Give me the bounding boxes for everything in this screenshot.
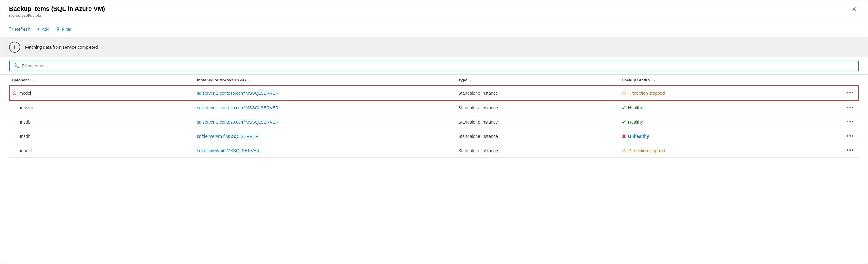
database-name-2: master: [12, 105, 33, 110]
search-icon: 🔍: [13, 63, 19, 69]
row-actions-button-1[interactable]: •••: [844, 89, 856, 97]
cell-actions-4: •••: [826, 129, 859, 143]
add-label: Add: [42, 27, 50, 32]
table-row[interactable]: msdb sofdelmervm2\MSSQLSERVER Standalone…: [9, 129, 859, 143]
cell-actions-1: •••: [826, 86, 859, 100]
filter-input[interactable]: [22, 63, 855, 68]
filter-label: Filter: [62, 27, 71, 32]
backup-items-panel: Backup Items (SQL in Azure VM) mercuryso…: [0, 0, 868, 264]
cell-type-2: Standalone Instance: [456, 100, 619, 115]
info-bar: i Fetching data from service completed.: [0, 37, 868, 58]
cell-database-5: model: [9, 143, 194, 158]
sort-icon-database: ↑↓: [32, 78, 35, 82]
database-name-4: msdb: [12, 134, 30, 139]
panel-title: Backup Items (SQL in Azure VM): [9, 5, 105, 12]
status-text-1: Protection stopped: [628, 91, 665, 96]
status-text-5: Protection stopped: [628, 148, 665, 153]
filter-row: 🔍: [0, 58, 868, 74]
cell-status-3: ✔ Healthy: [619, 115, 826, 129]
toolbar: ↻ Refresh + Add ⊽ Filter: [0, 21, 868, 37]
sort-icon-instance: ↑↓: [248, 78, 251, 82]
cell-instance-3: sqlserver-1.contoso.com\MSSQLSERVER: [194, 115, 456, 129]
table-row[interactable]: msdb sqlserver-1.contoso.com\MSSQLSERVER…: [9, 115, 859, 129]
database-name-5: model: [12, 148, 32, 153]
warning-icon-1: ⚠: [622, 90, 627, 97]
panel-header: Backup Items (SQL in Azure VM) mercuryso…: [0, 0, 868, 21]
error-icon-4: ✖: [622, 133, 626, 140]
col-header-backup-status[interactable]: Backup Status ↑↓: [619, 74, 826, 86]
close-button[interactable]: ✕: [849, 5, 859, 13]
cell-actions-2: •••: [826, 100, 859, 115]
cell-type-1: Standalone Instance: [456, 86, 619, 100]
instance-link-5[interactable]: softdelmervm6\MSSQLSERVER: [197, 148, 260, 153]
col-header-type[interactable]: Type ↑↓: [456, 74, 619, 86]
panel-subtitle: mercurysoftdelete: [9, 13, 105, 18]
refresh-icon: ↻: [9, 26, 13, 32]
status-text-3: Healthy: [628, 120, 643, 125]
database-name-1: model: [19, 91, 31, 96]
row-actions-button-4[interactable]: •••: [845, 132, 856, 140]
cell-type-5: Standalone Instance: [456, 143, 619, 158]
check-icon-3: ✔: [622, 119, 626, 126]
sort-icon-status: ↑↓: [652, 78, 655, 82]
warning-icon-5: ⚠: [622, 147, 627, 154]
table-header-row: Database ↑↓ Instance or AlwaysOn AG ↑↓ T…: [9, 74, 859, 86]
cell-database-4: msdb: [9, 129, 194, 143]
cell-database-2: master: [9, 100, 194, 115]
cell-type-3: Standalone Instance: [456, 115, 619, 129]
table-row[interactable]: master sqlserver-1.contoso.com\MSSQLSERV…: [9, 100, 859, 115]
status-text-4: Unhealthy: [628, 134, 649, 139]
filter-button[interactable]: ⊽ Filter: [56, 24, 76, 34]
row-actions-button-5[interactable]: •••: [845, 146, 856, 154]
table-row[interactable]: model softdelmervm6\MSSQLSERVER Standalo…: [9, 143, 859, 158]
instance-link-1[interactable]: sqlserver-1.contoso.com\MSSQLSERVER: [197, 91, 279, 96]
instance-link-4[interactable]: sofdelmervm2\MSSQLSERVER: [197, 134, 258, 139]
panel-title-block: Backup Items (SQL in Azure VM) mercuryso…: [9, 5, 105, 18]
table-row[interactable]: ⊖ model sqlserver-1.contoso.com\MSSQLSER…: [9, 86, 859, 100]
refresh-label: Refresh: [15, 27, 30, 32]
instance-link-3[interactable]: sqlserver-1.contoso.com\MSSQLSERVER: [197, 120, 279, 125]
info-icon: i: [9, 42, 20, 53]
cell-status-4: ✖ Unhealthy: [619, 129, 826, 143]
table-body: ⊖ model sqlserver-1.contoso.com\MSSQLSER…: [9, 86, 859, 158]
sort-icon-type: ↑↓: [470, 78, 473, 82]
cell-status-5: ⚠ Protection stopped: [619, 143, 826, 158]
database-name-3: msdb: [12, 120, 30, 125]
row-actions-button-2[interactable]: •••: [845, 104, 856, 111]
cell-actions-5: •••: [826, 143, 859, 158]
row-actions-button-3[interactable]: •••: [845, 118, 856, 126]
cell-instance-2: sqlserver-1.contoso.com\MSSQLSERVER: [194, 100, 456, 115]
cell-type-4: Standalone Instance: [456, 129, 619, 143]
add-button[interactable]: + Add: [37, 25, 54, 34]
cell-instance-4: sofdelmervm2\MSSQLSERVER: [194, 129, 456, 143]
add-icon: +: [37, 26, 40, 32]
refresh-button[interactable]: ↻ Refresh: [9, 24, 34, 34]
filter-icon: ⊽: [56, 26, 60, 32]
cell-database-3: msdb: [9, 115, 194, 129]
info-message: Fetching data from service completed.: [25, 45, 99, 50]
backup-items-table: Database ↑↓ Instance or AlwaysOn AG ↑↓ T…: [9, 74, 859, 158]
filter-input-wrap[interactable]: 🔍: [9, 61, 859, 71]
col-header-instance[interactable]: Instance or AlwaysOn AG ↑↓: [194, 74, 456, 86]
cell-instance-5: softdelmervm6\MSSQLSERVER: [194, 143, 456, 158]
table-header: Database ↑↓ Instance or AlwaysOn AG ↑↓ T…: [9, 74, 859, 86]
cell-instance-1: sqlserver-1.contoso.com\MSSQLSERVER: [194, 86, 456, 100]
cell-database-1: ⊖ model: [9, 86, 194, 100]
stop-circle-icon-1: ⊖: [12, 90, 17, 97]
cell-status-2: ✔ Healthy: [619, 100, 826, 115]
col-header-database[interactable]: Database ↑↓: [9, 74, 194, 86]
instance-link-2[interactable]: sqlserver-1.contoso.com\MSSQLSERVER: [197, 105, 279, 110]
cell-actions-3: •••: [826, 115, 859, 129]
check-icon-2: ✔: [622, 104, 626, 111]
cell-status-1: ⚠ Protection stopped: [619, 86, 826, 100]
col-header-actions: [826, 74, 859, 86]
status-text-2: Healthy: [628, 105, 643, 110]
table-container: Database ↑↓ Instance or AlwaysOn AG ↑↓ T…: [0, 74, 868, 264]
